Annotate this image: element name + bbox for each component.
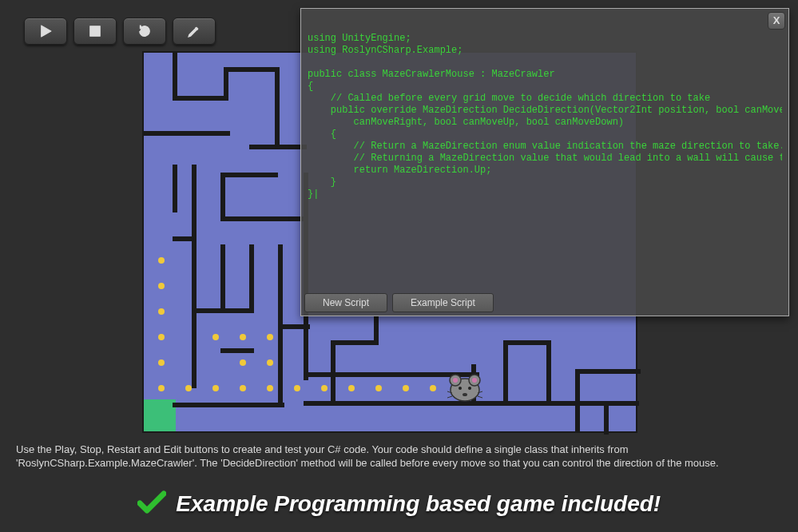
dot bbox=[240, 385, 246, 391]
svg-point-5 bbox=[453, 378, 458, 383]
banner: Example Programming based game included! bbox=[0, 490, 798, 518]
code-editor-panel: X using UnityEngine; using RoslynCSharp.… bbox=[300, 8, 789, 316]
example-script-button[interactable]: Example Script bbox=[392, 293, 494, 312]
dot bbox=[430, 385, 436, 391]
stop-button[interactable] bbox=[73, 18, 117, 45]
dot bbox=[212, 385, 219, 391]
dot bbox=[185, 385, 192, 391]
instructions-text: Use the Play, Stop, Restart and Edit but… bbox=[16, 443, 782, 470]
dot bbox=[158, 308, 165, 315]
dot bbox=[403, 385, 409, 391]
dot bbox=[158, 283, 165, 289]
code-editor[interactable]: using UnityEngine; using RoslynCSharp.Ex… bbox=[308, 33, 782, 287]
svg-marker-0 bbox=[42, 26, 52, 37]
svg-line-11 bbox=[447, 396, 452, 398]
dot bbox=[375, 385, 382, 391]
svg-point-7 bbox=[459, 387, 462, 390]
restart-icon bbox=[137, 24, 152, 38]
play-icon bbox=[38, 24, 53, 38]
dot bbox=[267, 385, 273, 391]
banner-text: Example Programming based game included! bbox=[176, 493, 661, 515]
pencil-icon bbox=[187, 24, 201, 38]
dot bbox=[348, 385, 355, 391]
dot bbox=[158, 385, 165, 391]
mouse-sprite bbox=[447, 372, 482, 404]
dot bbox=[267, 359, 273, 366]
restart-button[interactable] bbox=[123, 18, 166, 45]
new-script-button[interactable]: New Script bbox=[304, 293, 387, 312]
dot bbox=[158, 334, 165, 340]
dot bbox=[158, 359, 165, 366]
svg-point-9 bbox=[463, 393, 467, 396]
stop-icon bbox=[88, 24, 102, 38]
play-button[interactable] bbox=[24, 18, 67, 45]
close-button[interactable]: X bbox=[768, 12, 785, 30]
svg-rect-1 bbox=[90, 26, 101, 37]
goal-tile bbox=[144, 399, 176, 431]
svg-point-6 bbox=[472, 378, 477, 383]
dot bbox=[321, 385, 328, 391]
dot bbox=[158, 257, 165, 264]
dot bbox=[267, 334, 273, 340]
toolbar bbox=[24, 18, 216, 45]
dot bbox=[240, 359, 246, 366]
dot bbox=[294, 385, 300, 391]
check-icon bbox=[137, 490, 166, 518]
svg-line-13 bbox=[478, 396, 482, 398]
edit-button[interactable] bbox=[173, 18, 216, 45]
svg-point-8 bbox=[468, 387, 471, 390]
dot bbox=[240, 334, 246, 340]
dot bbox=[212, 334, 219, 340]
